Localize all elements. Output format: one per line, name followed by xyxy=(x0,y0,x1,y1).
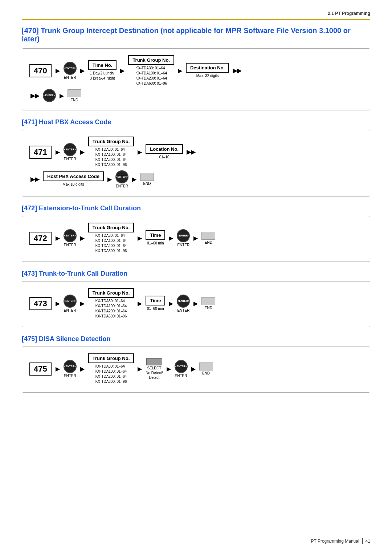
diagram-box-475: 475▶<ENTER>ENTER▶Trunk Group No.KX-TDA30… xyxy=(22,347,370,393)
arrow-icon: ▶ xyxy=(56,67,60,74)
box-label-text: Time No. xyxy=(88,60,117,70)
arrow-icon: ▶ xyxy=(138,300,142,307)
section-title-472: [472] Extension-to-Trunk Call Duration xyxy=(22,204,370,212)
select-button[interactable] xyxy=(146,358,162,365)
page-footer: PT Programming Manual 41 xyxy=(311,538,370,544)
end-box xyxy=(201,297,215,305)
enter-label: ENTER xyxy=(177,243,189,247)
arrow-icon: ▶ xyxy=(178,67,182,74)
box-sub-text: 1 Day/2 Lunch/ 3 Break/4 Night xyxy=(90,71,115,81)
diagram-box-473: 473▶<ENTER>ENTER▶Trunk Group No.KX-TDA30… xyxy=(22,281,370,327)
box-label-text: Time xyxy=(146,296,165,305)
box-sub-text: 01–60 min xyxy=(147,306,164,311)
box-label-text: Trunk Group No. xyxy=(128,55,174,65)
footer-label: PT Programming Manual xyxy=(311,539,359,544)
box-sub-text: KX-TDA30: 01–64 KX-TDA100: 01–64 KX-TDA2… xyxy=(95,299,127,319)
labeled-box: Trunk Group No.KX-TDA30: 01–64 KX-TDA100… xyxy=(128,55,174,86)
arrow-icon: ▶ xyxy=(193,300,198,307)
end-label: END xyxy=(70,98,78,102)
flow-row-470-1: ▶▶<ENTER>▶END xyxy=(29,89,363,102)
arrow-icon: ▶ xyxy=(56,365,60,372)
arrow-icon: ▶ xyxy=(80,235,85,242)
enter-button-group: <ENTER>ENTER xyxy=(64,62,77,80)
enter-button-group: <ENTER>ENTER xyxy=(64,360,77,378)
box-sub-text: KX-TDA30: 01–64 KX-TDA100: 01–64 KX-TDA2… xyxy=(135,66,167,86)
labeled-box: Destination No.Max. 32 digits xyxy=(186,63,229,78)
arrow-icon: ▶ xyxy=(120,67,124,74)
end-box xyxy=(140,173,154,181)
enter-button[interactable]: <ENTER> xyxy=(64,62,77,75)
enter-button[interactable]: <ENTER> xyxy=(64,360,77,373)
sections-container: [470] Trunk Group Intercept Destination … xyxy=(22,27,370,393)
box-sub-text: KX-TDA30: 01–64 KX-TDA100: 01–64 KX-TDA2… xyxy=(95,364,127,384)
labeled-box: Host PBX Access CodeMax.10 digits xyxy=(43,171,104,187)
page-container: 2.1 PT Programming [470] Trunk Group Int… xyxy=(0,0,392,421)
enter-label: ENTER xyxy=(64,308,76,312)
end-box xyxy=(68,89,81,97)
arrow-icon: ▶ xyxy=(60,92,64,99)
arrow-icon: ▶ xyxy=(80,149,85,155)
section-title-471: [471] Host PBX Access Code xyxy=(22,118,370,126)
section-title-475: [475] DISA Silence Detection xyxy=(22,335,370,343)
box-sub-text: KX-TDA30: 01–64 KX-TDA100: 01–64 KX-TDA2… xyxy=(95,233,127,254)
num-box: 473 xyxy=(29,297,52,310)
arrow-icon: ▶ xyxy=(169,300,173,307)
arrow-icon: ▶ xyxy=(80,300,85,307)
box-label-text: Destination No. xyxy=(186,63,229,73)
double-arrow-icon: ▶▶ xyxy=(30,92,39,99)
arrow-icon: ▶ xyxy=(56,235,60,242)
box-sub-text: Max.10 digits xyxy=(63,182,84,187)
section-title-473: [473] Trunk-to-Trunk Call Duration xyxy=(22,270,370,278)
section-title-470: [470] Trunk Group Intercept Destination … xyxy=(22,27,370,43)
num-box: 472 xyxy=(29,232,52,245)
enter-button[interactable]: <ENTER> xyxy=(43,89,56,102)
enter-button[interactable]: <ENTER> xyxy=(115,170,128,183)
enter-button[interactable]: <ENTER> xyxy=(64,143,77,156)
enter-label: ENTER xyxy=(64,374,76,378)
enter-button-group: <ENTER>ENTER xyxy=(64,229,77,247)
enter-label: ENTER xyxy=(177,308,189,312)
double-arrow-icon: ▶▶ xyxy=(30,176,39,183)
enter-button[interactable]: <ENTER> xyxy=(177,295,190,308)
box-label-text: Location No. xyxy=(146,144,183,154)
end-box xyxy=(201,232,215,240)
flow-row-475-0: 475▶<ENTER>ENTER▶Trunk Group No.KX-TDA30… xyxy=(29,353,363,384)
enter-button-group: <ENTER>ENTER xyxy=(175,360,188,378)
enter-button-group: <ENTER> xyxy=(43,89,56,102)
enter-button-group: <ENTER>ENTER xyxy=(64,295,77,312)
double-arrow-icon: ▶▶ xyxy=(187,149,195,155)
enter-button-group: <ENTER>ENTER xyxy=(115,170,128,188)
flow-row-470-0: 470▶<ENTER>ENTER▶Time No.1 Day/2 Lunch/ … xyxy=(29,55,363,86)
arrow-icon: ▶ xyxy=(80,365,85,372)
diagram-box-471: 471▶<ENTER>ENTER▶Trunk Group No.KX-TDA30… xyxy=(22,130,370,197)
select-label: SELECT No Detect/ Detect xyxy=(146,366,163,380)
enter-button-group: <ENTER>ENTER xyxy=(177,295,190,312)
end-group: END xyxy=(198,362,214,375)
labeled-box: Time01–60 min xyxy=(146,296,165,311)
arrow-icon: ▶ xyxy=(56,300,60,307)
arrow-icon: ▶ xyxy=(132,176,136,183)
top-bar: 2.1 PT Programming xyxy=(22,11,370,20)
flow-row-471-0: 471▶<ENTER>ENTER▶Trunk Group No.KX-TDA30… xyxy=(29,137,363,167)
enter-button[interactable]: <ENTER> xyxy=(175,360,188,373)
end-group: END xyxy=(200,297,216,310)
end-label: END xyxy=(205,306,212,310)
labeled-box: Time No.1 Day/2 Lunch/ 3 Break/4 Night xyxy=(88,60,117,81)
enter-label: ENTER xyxy=(64,76,76,80)
enter-button[interactable]: <ENTER> xyxy=(177,229,190,242)
end-group: END xyxy=(66,89,82,102)
box-label-text: Trunk Group No. xyxy=(88,223,134,232)
num-box: 471 xyxy=(29,146,52,159)
enter-button-group: <ENTER>ENTER xyxy=(64,143,77,161)
box-label-text: Trunk Group No. xyxy=(88,137,134,146)
arrow-icon: ▶ xyxy=(138,235,142,242)
end-label: END xyxy=(205,240,212,244)
box-sub-text: 01–10 xyxy=(159,155,170,160)
enter-button[interactable]: <ENTER> xyxy=(64,295,77,308)
box-label-text: Time xyxy=(146,230,165,240)
box-label-text: Trunk Group No. xyxy=(88,288,134,298)
labeled-box: Trunk Group No.KX-TDA30: 01–64 KX-TDA100… xyxy=(88,137,134,167)
enter-button[interactable]: <ENTER> xyxy=(64,229,77,242)
box-label-text: Host PBX Access Code xyxy=(43,171,104,181)
double-arrow-icon: ▶▶ xyxy=(233,67,241,74)
